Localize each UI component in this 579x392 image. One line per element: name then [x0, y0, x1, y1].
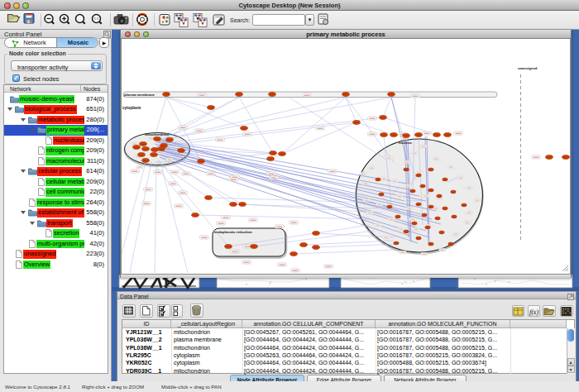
- svg-text:mitochondrion: mitochondrion: [145, 132, 170, 136]
- svg-text:plasma membrane: plasma membrane: [124, 93, 155, 97]
- svg-text:1:1: 1:1: [94, 17, 100, 21]
- svg-text:f(x): f(x): [529, 308, 538, 316]
- svg-text:endoplasmic reticulum: endoplasmic reticulum: [214, 230, 252, 234]
- svg-text:cytoplasm: cytoplasm: [122, 106, 141, 110]
- svg-text:unassigned: unassigned: [518, 66, 538, 70]
- svg-text:nucleus: nucleus: [399, 141, 412, 145]
